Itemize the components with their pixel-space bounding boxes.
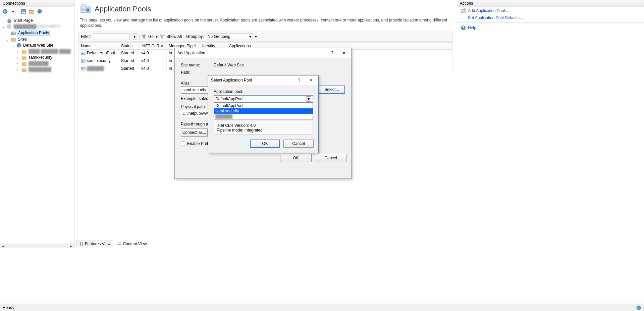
cell-status: Started	[119, 50, 139, 57]
tree-default-site[interactable]: ⌄ Default Web Site	[1, 42, 73, 48]
tree-site-child[interactable]: › ███████	[1, 60, 73, 66]
collapse-icon[interactable]: ⌄	[6, 37, 10, 42]
page-description: This page lets you view and manage the l…	[78, 17, 453, 32]
status-bar: Ready	[0, 304, 644, 311]
back-icon[interactable]	[2, 8, 8, 14]
app-pool-select[interactable]: DefaultAppPool ▾	[214, 95, 313, 103]
collapse-icon[interactable]: ⌄	[2, 24, 6, 29]
dropdown-arrow-icon[interactable]: ▾	[255, 34, 257, 39]
expand-icon[interactable]: ›	[17, 67, 21, 72]
cell-clr: v4.0	[139, 65, 167, 73]
filter-dropdown-icon[interactable]: ▾	[132, 33, 137, 40]
separator	[18, 8, 18, 14]
tree-site-child[interactable]: › ████ ██████ ████	[1, 48, 73, 54]
select-pool-button[interactable]: Select...	[318, 86, 345, 94]
scroll-right-icon[interactable]: ►	[69, 244, 73, 249]
scroll-left-icon[interactable]: ◄	[1, 244, 5, 249]
select-pool-ok-button[interactable]: OK	[250, 140, 280, 148]
svg-rect-31	[82, 244, 83, 246]
go-funnel-icon[interactable]	[142, 34, 146, 39]
horizontal-scrollbar[interactable]: ◄ ►	[0, 244, 74, 248]
tree-sites[interactable]: ⌄ Sites	[1, 36, 73, 42]
content-icon	[117, 242, 121, 246]
svg-rect-14	[22, 69, 26, 71]
path-label: Path:	[181, 70, 211, 75]
group-by-select[interactable]: No Grouping ▾	[206, 33, 253, 40]
show-all-label[interactable]: Show All	[166, 34, 182, 39]
collapse-icon[interactable]: ⌄	[11, 43, 15, 48]
expand-icon[interactable]: ›	[17, 49, 21, 54]
dialog-titlebar: Add Application ? ✕	[175, 48, 351, 58]
separator	[139, 34, 140, 40]
chevron-down-icon[interactable]: ▾	[306, 96, 311, 102]
group-by-label: Group by:	[186, 34, 204, 39]
dropdown-arrow-icon[interactable]: ▾	[156, 34, 158, 39]
svg-rect-13	[22, 63, 26, 65]
help-link[interactable]: ? Help	[457, 24, 644, 32]
select-pool-cancel-button[interactable]: Cancel	[283, 140, 314, 148]
actions-header: Actions	[457, 0, 644, 7]
save-icon[interactable]	[20, 8, 26, 14]
svg-rect-4	[29, 10, 31, 11]
dialog-close-button[interactable]: ✕	[307, 77, 316, 84]
dropdown-option[interactable]: saml-xecurify	[214, 108, 313, 114]
dialog-titlebar: Select Application Pool ? ✕	[208, 75, 318, 85]
content-view-tab[interactable]: Content View	[115, 241, 149, 247]
cell-clr: v4.0	[139, 57, 167, 65]
dropdown-option[interactable]: ██████	[214, 114, 313, 119]
connect-as-button[interactable]: Connect as...	[181, 128, 208, 137]
dialog-title-text: Select Application Pool	[211, 78, 252, 83]
physical-path-input[interactable]	[181, 110, 211, 117]
cell-name: DefaultAppPool	[79, 50, 119, 57]
enable-preload-input[interactable]	[181, 142, 185, 146]
folder-icon[interactable]	[29, 8, 35, 14]
svg-point-17	[86, 8, 90, 12]
cell-name: ██████	[79, 65, 119, 73]
server-icon	[7, 24, 12, 29]
dialog-help-button[interactable]: ?	[328, 50, 336, 56]
tree-server[interactable]: ⌄ ████████ (XECURIFY\	[1, 23, 73, 30]
go-label[interactable]: Go	[148, 34, 154, 39]
filter-input[interactable]	[93, 33, 130, 40]
cell-clr: v4.0	[139, 50, 167, 57]
show-all-icon[interactable]	[160, 34, 164, 39]
add-app-pool-link[interactable]: Add Application Pool...	[457, 7, 644, 14]
connections-header: Connections	[0, 0, 74, 7]
actions-panel: Actions Add Application Pool... Set Appl…	[457, 0, 644, 248]
dialog-close-button[interactable]: ✕	[340, 50, 348, 56]
tree-start-page[interactable]: Start Page	[1, 17, 73, 23]
dropdown-arrow-icon[interactable]: ▾	[10, 8, 16, 14]
connections-tree[interactable]: Start Page ⌄ ████████ (XECURIFY\ Applica…	[0, 16, 74, 74]
svg-rect-33	[118, 244, 121, 245]
set-defaults-link[interactable]: Set Application Pool Defaults...	[457, 14, 644, 21]
tree-site-child[interactable]: › ████████	[1, 66, 73, 72]
connections-toolbar: ▾	[0, 7, 74, 16]
cell-status: Started	[119, 65, 139, 73]
expand-icon[interactable]: ›	[17, 61, 21, 66]
features-view-tab[interactable]: Features View	[76, 241, 113, 247]
col-status[interactable]: Status	[119, 43, 139, 49]
dialog-help-button[interactable]: ?	[295, 77, 304, 84]
app-pool-dropdown-list[interactable]: DefaultAppPoolsaml-xecurify██████	[214, 103, 313, 119]
page-title: Application Pools	[95, 5, 151, 13]
cell-status: Started	[119, 57, 139, 65]
svg-point-10	[17, 43, 21, 47]
tree-app-pools[interactable]: Application Pools	[1, 30, 73, 36]
alias-input[interactable]	[181, 86, 211, 94]
tree-site-child-saml[interactable]: › saml-xecurify	[1, 54, 73, 60]
separator	[184, 34, 184, 40]
globe-refresh-icon[interactable]	[37, 8, 43, 14]
svg-rect-11	[22, 51, 26, 53]
iis-tray-icon[interactable]	[636, 305, 641, 310]
dropdown-option[interactable]: DefaultAppPool	[214, 103, 313, 108]
add-app-ok-button[interactable]: OK	[280, 154, 312, 162]
select-app-pool-dialog: Select Application Pool ? ✕ Application …	[208, 75, 319, 153]
col-name[interactable]: Name	[79, 43, 119, 49]
view-tabs: Features View Content View	[74, 239, 457, 248]
globe-icon	[16, 43, 21, 48]
svg-rect-6	[8, 25, 11, 28]
expand-icon[interactable]: ›	[17, 55, 21, 60]
pipeline-mode-text: Pipeline mode: Integrated	[217, 128, 310, 133]
add-app-cancel-button[interactable]: Cancel	[315, 154, 346, 162]
col-clr[interactable]: .NET CLR V...	[139, 43, 167, 49]
